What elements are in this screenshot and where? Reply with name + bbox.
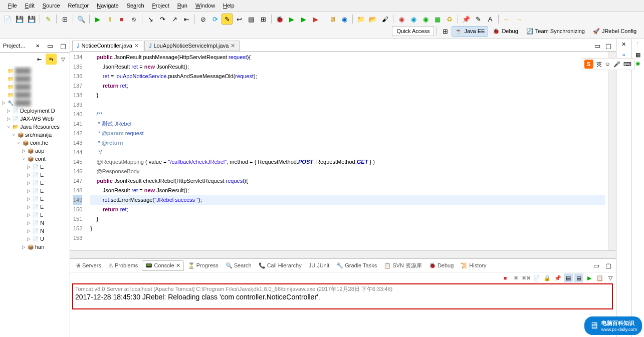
collapse-all-icon[interactable]: ⇤ bbox=[34, 54, 45, 65]
tree-item[interactable]: ▷📄E bbox=[1, 171, 69, 179]
tree-item[interactable]: ▷📦aop bbox=[1, 147, 69, 155]
ime-emoji-icon[interactable]: ☺ bbox=[605, 61, 610, 67]
tree-item[interactable]: ▿📂Java Resources bbox=[1, 123, 69, 131]
menu-source[interactable]: Source bbox=[39, 1, 64, 10]
outline-view[interactable]: ⋮ ▦ ◉ bbox=[631, 39, 644, 337]
bottom-tab-search[interactable]: 🔍Search bbox=[223, 261, 255, 270]
minimize-icon[interactable]: ▭ bbox=[592, 40, 603, 51]
annotation-button[interactable]: ✎ bbox=[473, 14, 484, 25]
perspective-jrebel[interactable]: 🚀 JRebel Config bbox=[589, 26, 640, 37]
bottom-tab-servers[interactable]: 🖥Servers bbox=[72, 261, 104, 270]
tree-item[interactable]: ▷🔧████ bbox=[1, 99, 69, 107]
tree-item[interactable]: ▷📄L bbox=[1, 211, 69, 219]
toggle-mark-button[interactable]: ✎ bbox=[222, 14, 233, 25]
menu-project[interactable]: Project bbox=[148, 1, 173, 10]
bottom-tab-gradle-tasks[interactable]: 🔧Gradle Tasks bbox=[333, 261, 380, 270]
open-type-button[interactable]: ⊞ bbox=[59, 14, 70, 25]
tree-item[interactable]: ▷📄N bbox=[1, 219, 69, 227]
bottom-tab-console[interactable]: 📟Console ✕ bbox=[142, 260, 183, 271]
tree-item[interactable]: ▿📦cont bbox=[1, 155, 69, 163]
view-menu-icon[interactable]: ▽ bbox=[58, 54, 69, 65]
grid-button[interactable]: ⊞ bbox=[258, 14, 269, 25]
jr-button3[interactable]: ◉ bbox=[420, 14, 431, 25]
skip-breakpoints-button[interactable]: ⊘ bbox=[197, 14, 208, 25]
terminate-icon[interactable]: ■ bbox=[501, 273, 510, 282]
suspend-button[interactable]: ⏸ bbox=[104, 14, 115, 25]
bottom-tab-debug[interactable]: 🐞Debug bbox=[426, 261, 457, 270]
forward-button[interactable]: → bbox=[513, 14, 524, 25]
perspective-java-ee[interactable]: ☕ Java EE bbox=[452, 26, 488, 37]
view-close-icon[interactable]: ✕ bbox=[32, 40, 43, 51]
quick-access-input[interactable]: Quick Access bbox=[392, 26, 434, 36]
ime-indicator[interactable]: S 英 ☺ 🎤 ⌨ bbox=[581, 58, 635, 70]
open-perspective-button[interactable]: ⊞ bbox=[440, 26, 451, 37]
brush-button[interactable]: 🖌 bbox=[379, 14, 390, 25]
drop-frame-button[interactable]: ⇤ bbox=[181, 14, 192, 25]
new-button[interactable]: 📄 bbox=[2, 14, 13, 25]
editor-tab[interactable]: JNoticeController.java✕ bbox=[72, 41, 143, 51]
ext-tools-button[interactable]: ▶ bbox=[310, 14, 321, 25]
menu-navigate[interactable]: Navigate bbox=[93, 1, 122, 10]
menu-refactor[interactable]: Refactor bbox=[64, 1, 93, 10]
clear-icon[interactable]: 📄 bbox=[532, 273, 541, 282]
tree-item[interactable]: 📁████ bbox=[1, 91, 69, 99]
perspective-team-sync[interactable]: 🔄 Team Synchronizing bbox=[523, 26, 588, 37]
last-edit-button[interactable]: ↩ bbox=[234, 14, 245, 25]
tree-item[interactable]: ▷📦han bbox=[1, 243, 69, 251]
project-tree[interactable]: 📁████📁████📁████📁████▷🔧████▷📄Deployment D… bbox=[0, 66, 70, 337]
remove-launch-icon[interactable]: ✖ bbox=[511, 273, 520, 282]
tree-item[interactable]: ▷📄E bbox=[1, 179, 69, 187]
terminate-button[interactable]: ■ bbox=[116, 14, 127, 25]
search-button[interactable]: 🔍 bbox=[76, 14, 87, 25]
tree-item[interactable]: ▷📄JAX-WS Web bbox=[1, 115, 69, 123]
run-button[interactable]: ▶ bbox=[286, 14, 297, 25]
save-all-button[interactable]: 💾 bbox=[26, 14, 37, 25]
remove-all-icon[interactable]: ✖✖ bbox=[522, 273, 531, 282]
bottom-tab-call-hierarchy[interactable]: 📞Call Hierarchy bbox=[256, 261, 305, 270]
save-button[interactable]: 💾 bbox=[14, 14, 25, 25]
run-last-button[interactable]: ▶ bbox=[298, 14, 309, 25]
bottom-tab-problems[interactable]: ⚠Problems bbox=[105, 261, 141, 270]
tree-item[interactable]: ▷📄U bbox=[1, 235, 69, 243]
menu-search[interactable]: Search bbox=[123, 1, 148, 10]
right-trim-bar[interactable]: ✕ » bbox=[616, 39, 631, 337]
perspective-debug[interactable]: 🐞 Debug bbox=[489, 26, 521, 37]
bottom-tab-svn-资源库[interactable]: 📋SVN 资源库 bbox=[381, 260, 425, 271]
scroll-lock-icon[interactable]: 🔒 bbox=[543, 273, 552, 282]
pin-button[interactable]: 📌 bbox=[461, 14, 472, 25]
alpha-button[interactable]: A bbox=[485, 14, 496, 25]
menu-help[interactable]: Help bbox=[219, 1, 239, 10]
bottom-tab-history[interactable]: 📜History bbox=[458, 261, 489, 270]
horizontal-scrollbar[interactable] bbox=[70, 250, 616, 258]
ime-keyboard-icon[interactable]: ⌨ bbox=[623, 61, 631, 68]
debug-button[interactable]: 🐞 bbox=[274, 14, 285, 25]
jr-button2[interactable]: ◉ bbox=[408, 14, 419, 25]
back-button[interactable]: ← bbox=[501, 14, 512, 25]
minimize-icon[interactable]: ▭ bbox=[591, 260, 602, 271]
jrebel-button[interactable]: ⟳ bbox=[209, 14, 221, 25]
tree-item[interactable]: ▿📦src/main/ja bbox=[1, 131, 69, 139]
step-return-button[interactable]: ↗ bbox=[169, 14, 180, 25]
jr-button5[interactable]: ♻ bbox=[444, 14, 455, 25]
pin-console-icon[interactable]: 📌 bbox=[553, 273, 562, 282]
close-tab-icon[interactable]: ✕ bbox=[176, 262, 180, 269]
bottom-tab-progress[interactable]: ⏳Progress bbox=[185, 261, 222, 270]
close-tab-icon[interactable]: ✕ bbox=[231, 43, 235, 49]
step-into-button[interactable]: ↘ bbox=[145, 14, 156, 25]
jr-button4[interactable]: ▦ bbox=[432, 14, 443, 25]
display-icon[interactable]: ▤ bbox=[564, 273, 573, 282]
tree-item[interactable]: ▷📄E bbox=[1, 187, 69, 195]
menu-window[interactable]: Window bbox=[191, 1, 219, 10]
maximize-icon[interactable]: ▢ bbox=[603, 260, 614, 271]
refactor-button[interactable]: ✎ bbox=[43, 14, 54, 25]
disconnect-button[interactable]: ⎋ bbox=[128, 14, 139, 25]
tree-item[interactable]: ▷📄E bbox=[1, 163, 69, 171]
tree-item[interactable]: ▿📦com.he bbox=[1, 139, 69, 147]
link-editor-icon[interactable]: ⇆ bbox=[46, 54, 57, 65]
project-explorer-tab[interactable]: Project ... bbox=[1, 41, 28, 50]
editor-tab[interactable]: JLouAppNoticeServiceImpl.java✕ bbox=[144, 41, 240, 51]
view-button[interactable]: ▤ bbox=[246, 14, 257, 25]
overview-ruler[interactable] bbox=[608, 52, 616, 250]
menu-edit[interactable]: Edit bbox=[21, 1, 39, 10]
tree-item[interactable]: ▷📄E bbox=[1, 195, 69, 203]
